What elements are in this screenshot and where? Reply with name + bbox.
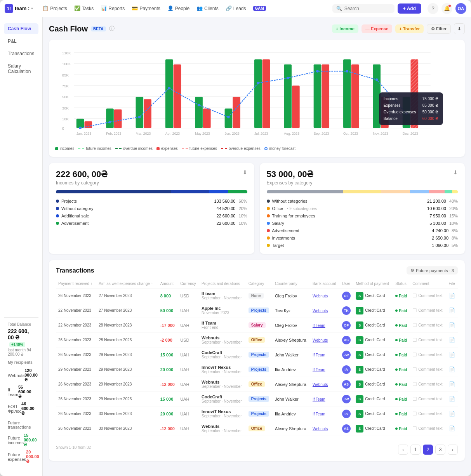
page-1-button[interactable]: 1 [410, 445, 421, 455]
svg-text:Apr. 2023: Apr. 2023 [165, 132, 180, 136]
sidebar-bottom: Total Balance 222 600, 00 ₴ +140% last m… [4, 317, 38, 470]
col-payment-received[interactable]: Payment received ↑ [56, 279, 96, 288]
bank-account: If Team [310, 318, 340, 333]
file[interactable]: 📄 [447, 407, 458, 421]
exp-cat-advertisement: Advertisement 4 240.008% [267, 228, 458, 233]
info-icon[interactable]: ⓘ [109, 25, 115, 32]
comment: ☐Comment text [410, 333, 446, 347]
recipient-name: Webnuts [8, 373, 24, 378]
transactions-table: Payment received ↑ Aim as well expenses … [56, 279, 458, 436]
payment-date: 26 November 2023 [56, 347, 96, 362]
future-income-name: Future incomes [8, 436, 24, 445]
status: Paid [393, 377, 410, 392]
nav-item-projects[interactable]: 📋Projects [39, 4, 70, 13]
file[interactable]: 📄 [447, 392, 458, 407]
nav-item-people[interactable]: 👤People [164, 4, 193, 13]
comment: ☐Comment text [410, 303, 446, 318]
file[interactable]: 📄 [447, 421, 458, 436]
future-expense-amount: 20 000.00 ₴ [26, 450, 39, 464]
svg-rect-23 [174, 64, 181, 128]
income-download-icon[interactable]: ⬇ [243, 169, 247, 175]
team-name: team : [15, 5, 30, 11]
amount: -12 000 [158, 377, 178, 392]
future-transactions-label: Future transactions [8, 421, 35, 429]
comment: ☐Comment text [410, 288, 446, 303]
amount: 15 000 [158, 347, 178, 362]
next-page-button[interactable]: › [448, 445, 458, 455]
bank-account: Webnuts [310, 333, 340, 347]
income-summary-card: ⬇ 222 600, 00₴ Incomes by category Proje… [49, 163, 254, 254]
expense-download-icon[interactable]: ⬇ [453, 169, 458, 175]
download-button[interactable]: ⬇ [454, 23, 465, 34]
counterparty: John Walker [273, 392, 310, 407]
page-2-button[interactable]: 2 [423, 445, 433, 455]
counterparty: John Walker [273, 347, 310, 362]
search-area[interactable]: 🔍 [332, 4, 395, 13]
user: AS [340, 377, 354, 392]
exp-cat-without: Without categories 21 200.0040% [267, 199, 458, 203]
transactions-title: Transactions [56, 267, 94, 274]
sidebar-item-salary[interactable]: Salary Calculation [4, 61, 38, 77]
add-button[interactable]: + Add [398, 3, 421, 14]
status: Paid [393, 333, 410, 347]
income-button[interactable]: + Income [332, 24, 358, 33]
col-category: Category [246, 279, 273, 288]
nav-item-payments[interactable]: 💳Payments [129, 4, 163, 13]
top-nav: 1f team : ▾ 📋Projects ✅Tasks 📊Reports 💳P… [0, 0, 471, 17]
transfer-button[interactable]: + Transfer [395, 24, 424, 33]
file[interactable]: 📄 [447, 333, 458, 347]
expense-button[interactable]: — Expense [362, 24, 392, 33]
currency: UAH [178, 407, 199, 421]
svg-rect-28 [254, 59, 262, 128]
svg-rect-29 [262, 59, 270, 128]
nav-item-leads[interactable]: 🔗Leads [222, 4, 249, 13]
user: IA [340, 407, 354, 421]
comment: ☐Comment text [410, 377, 446, 392]
nav-item-tasks[interactable]: ✅Tasks [71, 4, 97, 13]
prev-page-button[interactable]: ‹ [398, 445, 408, 455]
legend-overdue-incomes: overdue incomes [115, 146, 153, 151]
avatar[interactable]: OA [455, 3, 466, 14]
sidebar-item-cashflow[interactable]: Cash Flow [4, 23, 38, 34]
svg-point-44 [138, 116, 141, 118]
filter-button[interactable]: ⚙ Filter [427, 24, 451, 34]
notifications-button[interactable]: 🔔 [441, 3, 452, 14]
sidebar-item-pl[interactable]: P&L [4, 36, 38, 47]
page-3-button[interactable]: 3 [435, 445, 445, 455]
future-payments-button[interactable]: ⚙ Future payments · 3 [407, 266, 458, 274]
file[interactable]: 📄 [447, 362, 458, 377]
bank-account: If Team [310, 362, 340, 377]
svg-text:Feb. 2023: Feb. 2023 [106, 132, 121, 136]
search-input[interactable] [344, 6, 391, 11]
file[interactable]: 📄 [447, 347, 458, 362]
nav-item-clients[interactable]: 👥Clients [193, 4, 222, 13]
category: Salary [246, 318, 273, 333]
col-counterparty: Counterparty [273, 279, 310, 288]
chart-legend: incomes future incomes overdue incomes e… [55, 143, 459, 151]
method: SCredit Card [353, 347, 393, 362]
status: Paid [393, 303, 410, 318]
svg-text:110K: 110K [62, 51, 71, 55]
svg-rect-34 [343, 59, 351, 128]
col-aim[interactable]: Aim as well expenses change ↑ [96, 279, 158, 288]
file[interactable]: 📄 [447, 288, 458, 303]
file[interactable]: 📄 [447, 318, 458, 333]
table-row: 26 November 2023 28 November 2023 -2 000… [56, 333, 458, 347]
nav-item-reports[interactable]: 📊Reports [97, 4, 128, 13]
file[interactable]: 📄 [447, 303, 458, 318]
team-chevron-icon[interactable]: ▾ [31, 6, 33, 10]
payment-date: 22 November 2023 [56, 318, 96, 333]
sidebar-item-transactions[interactable]: Transactions [4, 48, 38, 59]
currency: UAH [178, 392, 199, 407]
recipient-amount: 120 000.00 ₴ [24, 368, 38, 382]
svg-text:Jul. 2023: Jul. 2023 [254, 132, 268, 136]
svg-rect-31 [292, 86, 300, 128]
svg-point-43 [109, 121, 111, 123]
recipient-amount: 56 600.00 ₴ [18, 385, 35, 399]
col-bank: Bank account [310, 279, 340, 288]
nav-item-gam[interactable]: GAM [250, 4, 269, 12]
help-button[interactable]: ? [428, 3, 438, 14]
file[interactable]: 📄 [447, 377, 458, 392]
svg-rect-27 [233, 97, 240, 128]
chart-tooltip: Incomes75 000 ₴ Expenses85 000 ₴ Overdue… [379, 92, 443, 125]
